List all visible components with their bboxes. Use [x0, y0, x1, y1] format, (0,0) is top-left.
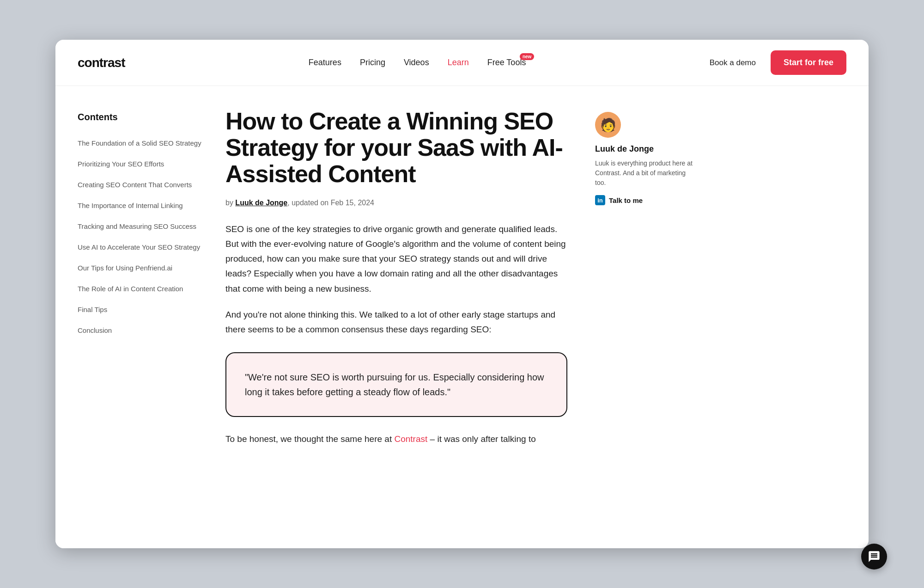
article-meta: by Luuk de Jonge, updated on Feb 15, 202…: [225, 199, 567, 207]
toc-item-7[interactable]: Our Tips for Using Penfriend.ai: [78, 258, 207, 277]
quote-text: "We're not sure SEO is worth pursuing fo…: [245, 370, 548, 399]
nav-pricing[interactable]: Pricing: [360, 58, 385, 67]
author-avatar-emoji: 🧑: [600, 117, 616, 133]
table-of-contents: Contents The Foundation of a Solid SEO S…: [78, 108, 207, 548]
start-free-button[interactable]: Start for free: [771, 50, 846, 75]
author-link[interactable]: Luuk de Jonge: [235, 199, 287, 207]
article: How to Create a Winning SEO Strategy for…: [225, 108, 577, 548]
chat-button[interactable]: [861, 544, 887, 570]
chat-icon: [868, 550, 881, 563]
toc-title: Contents: [78, 112, 207, 122]
toc-item-9[interactable]: Final Tips: [78, 300, 207, 319]
nav-free-tools-container: Free Tools new: [487, 58, 526, 67]
nav-features[interactable]: Features: [309, 58, 341, 67]
article-para-1: SEO is one of the key strategies to driv…: [225, 222, 567, 296]
nav-free-tools[interactable]: Free Tools: [487, 58, 526, 67]
nav-links: Features Pricing Videos Learn Free Tools…: [309, 58, 526, 67]
navbar: contrast Features Pricing Videos Learn F…: [55, 40, 869, 86]
linkedin-icon: in: [595, 195, 605, 205]
author-sidebar: 🧑 Luuk de Jonge Luuk is everything produ…: [595, 108, 697, 548]
author-name: Luuk de Jonge: [595, 144, 697, 154]
author-linkedin[interactable]: in Talk to me: [595, 195, 697, 205]
book-demo-link[interactable]: Book a demo: [710, 58, 756, 67]
partial-after: – it was only after talking to: [430, 434, 536, 444]
meta-date: , updated on Feb 15, 2024: [287, 199, 374, 207]
article-body: SEO is one of the key strategies to driv…: [225, 222, 567, 447]
nav-actions: Book a demo Start for free: [710, 50, 846, 75]
quote-block: "We're not sure SEO is worth pursuing fo…: [225, 352, 567, 417]
linkedin-label: Talk to me: [609, 196, 643, 204]
article-title: How to Create a Winning SEO Strategy for…: [225, 108, 567, 188]
main-content: Contents The Foundation of a Solid SEO S…: [55, 86, 869, 548]
toc-item-4[interactable]: The Importance of Internal Linking: [78, 196, 207, 215]
nav-learn[interactable]: Learn: [448, 58, 469, 67]
toc-item-10[interactable]: Conclusion: [78, 321, 207, 340]
browser-frame: contrast Features Pricing Videos Learn F…: [55, 40, 869, 548]
toc-item-2[interactable]: Prioritizing Your SEO Efforts: [78, 154, 207, 173]
toc-item-6[interactable]: Use AI to Accelerate Your SEO Strategy: [78, 238, 207, 257]
author-bio: Luuk is everything product here at Contr…: [595, 159, 697, 188]
toc-item-1[interactable]: The Foundation of a Solid SEO Strategy: [78, 134, 207, 153]
toc-list: The Foundation of a Solid SEO Strategy P…: [78, 134, 207, 340]
brand-logo[interactable]: contrast: [78, 55, 125, 70]
new-badge: new: [520, 53, 534, 60]
contrast-link[interactable]: Contrast: [394, 434, 427, 444]
meta-by: by: [225, 199, 233, 207]
nav-videos[interactable]: Videos: [404, 58, 429, 67]
toc-item-3[interactable]: Creating SEO Content That Converts: [78, 175, 207, 194]
partial-before: To be honest, we thought the same here a…: [225, 434, 392, 444]
article-para-2: And you're not alone thinking this. We t…: [225, 307, 567, 337]
toc-item-5[interactable]: Tracking and Measuring SEO Success: [78, 217, 207, 236]
author-avatar: 🧑: [595, 112, 621, 138]
toc-item-8[interactable]: The Role of AI in Content Creation: [78, 279, 207, 298]
article-partial: To be honest, we thought the same here a…: [225, 432, 567, 447]
